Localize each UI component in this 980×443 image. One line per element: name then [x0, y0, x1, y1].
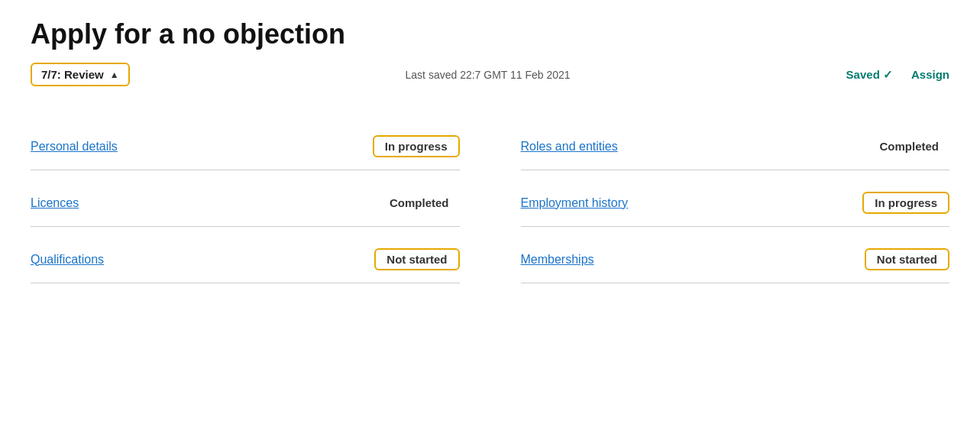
- qualifications-status: Not started: [374, 248, 459, 270]
- memberships-status: Not started: [865, 248, 949, 270]
- chevron-up-icon: ▲: [110, 70, 119, 80]
- last-saved-text: Last saved 22:7 GMT 11 Feb 2021: [130, 69, 846, 81]
- roles-and-entities-status: Completed: [868, 137, 949, 156]
- employment-history-link[interactable]: Employment history: [521, 196, 629, 210]
- section-row-roles-and-entities: Roles and entities Completed: [521, 114, 950, 170]
- section-row-licences: Licences Completed: [31, 170, 460, 227]
- section-row-memberships: Memberships Not started: [521, 227, 950, 283]
- licences-link[interactable]: Licences: [31, 196, 79, 210]
- roles-and-entities-link[interactable]: Roles and entities: [521, 140, 618, 154]
- qualifications-link[interactable]: Qualifications: [31, 253, 104, 267]
- memberships-link[interactable]: Memberships: [521, 253, 594, 267]
- section-row-personal-details: Personal details In progress: [31, 114, 460, 170]
- personal-details-link[interactable]: Personal details: [31, 140, 118, 154]
- licences-status: Completed: [379, 193, 460, 212]
- sections-grid: Personal details In progress Roles and e…: [31, 114, 949, 283]
- assign-button[interactable]: Assign: [911, 68, 949, 81]
- step-badge[interactable]: 7/7: Review ▲: [31, 63, 130, 86]
- page-wrapper: Apply for a no objection 7/7: Review ▲ L…: [0, 0, 980, 302]
- top-actions: Saved ✓ Assign: [846, 68, 949, 82]
- step-label: 7/7: Review: [41, 68, 104, 81]
- section-row-qualifications: Qualifications Not started: [31, 227, 460, 283]
- section-row-employment-history: Employment history In progress: [521, 170, 950, 227]
- personal-details-status: In progress: [373, 135, 460, 157]
- saved-label: Saved ✓: [846, 68, 893, 82]
- employment-history-status: In progress: [862, 192, 949, 214]
- page-title: Apply for a no objection: [31, 18, 949, 50]
- top-bar: 7/7: Review ▲ Last saved 22:7 GMT 11 Feb…: [31, 63, 949, 86]
